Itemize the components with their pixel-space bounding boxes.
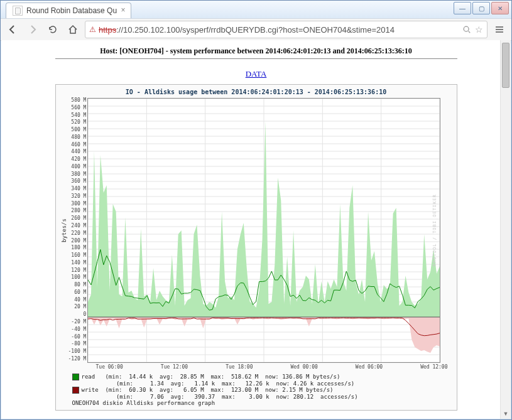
bookmark-star-icon[interactable]: ☆ (475, 24, 483, 35)
y-tick: 400 M (68, 164, 87, 170)
x-tick: Tue 12:00 (161, 364, 188, 370)
data-link-row: DATA (14, 68, 498, 79)
svg-point-0 (464, 26, 469, 31)
y-tick: -40 M (68, 327, 87, 332)
y-tick: -60 M (68, 335, 87, 340)
page-icon (13, 6, 23, 16)
forward-button[interactable] (25, 21, 41, 38)
y-tick: 120 M (68, 268, 87, 273)
minimize-button[interactable]: — (454, 2, 471, 14)
y-tick: 220 M (68, 231, 87, 236)
y-tick: 0 (68, 312, 87, 317)
y-tick: 80 M (68, 283, 87, 288)
page-heading: Host: [ONEOH704] - system performance be… (14, 46, 498, 56)
y-tick: 480 M (68, 135, 87, 140)
hamburger-icon (494, 24, 504, 35)
y-tick: 380 M (68, 172, 87, 177)
y-tick: 560 M (68, 105, 87, 110)
browser-window: Round Robin Database Qu × — ▢ ✕ ⚠ https … (0, 0, 512, 420)
close-window-button[interactable]: ✕ (491, 2, 509, 14)
home-button[interactable] (65, 21, 81, 38)
y-tick: 340 M (68, 186, 87, 191)
y-tick: -120 M (68, 357, 87, 362)
vertical-scrollbar[interactable]: ▲ ▼ (500, 40, 511, 419)
tab-title: Round Robin Database Qu (26, 6, 117, 15)
y-tick: 140 M (68, 261, 87, 266)
arrow-right-icon (28, 24, 38, 35)
rrdtool-watermark: RRDTOOL / TOBI OETIKER (432, 100, 438, 361)
page-viewport: Host: [ONEOH704] - system performance be… (1, 40, 511, 419)
browser-tab[interactable]: Round Robin Database Qu × (6, 3, 131, 18)
y-tick: 20 M (68, 304, 87, 310)
chart-container: IO - Alldisks usage between 2014:06:24:0… (55, 84, 457, 411)
y-tick: 440 M (68, 149, 87, 154)
close-tab-icon[interactable]: × (119, 6, 127, 14)
y-tick: -20 M (68, 320, 87, 325)
y-tick: 320 M (68, 194, 87, 199)
y-tick: 160 M (68, 253, 87, 258)
y-tick: 520 M (68, 120, 87, 125)
address-bar[interactable]: ⚠ https ://10.250.102.100/sysperf/rrdbQU… (85, 21, 487, 38)
y-tick: 460 M (68, 143, 87, 148)
search-icon (462, 25, 471, 34)
x-tick: Wed 00:00 (290, 364, 317, 370)
window-controls: — ▢ ✕ (454, 2, 509, 14)
y-tick: 360 M (68, 179, 87, 184)
home-icon (68, 24, 78, 35)
y-axis-ticks: 580 M560 M540 M520 M500 M480 M460 M440 M… (68, 98, 88, 362)
insecure-lock-icon: ⚠ (89, 25, 96, 34)
y-tick: 100 M (68, 275, 87, 280)
url-text: ://10.250.102.100/sysperf/rrdbQUERYDB.cg… (116, 25, 395, 35)
y-tick: 580 M (68, 98, 87, 103)
y-tick: 280 M (68, 208, 87, 213)
maximize-button[interactable]: ▢ (472, 2, 490, 14)
y-tick: 200 M (68, 239, 87, 244)
y-tick: -80 M (68, 342, 87, 347)
reload-icon (48, 24, 58, 35)
scroll-down-icon[interactable]: ▼ (501, 409, 511, 419)
x-tick: Wed 12:00 (420, 364, 447, 370)
chart-plot-area: RRDTOOL / TOBI OETIKER (87, 98, 440, 363)
browser-toolbar: ⚠ https ://10.250.102.100/sysperf/rrdbQU… (1, 18, 511, 41)
y-tick: 540 M (68, 113, 87, 118)
titlebar: Round Robin Database Qu × — ▢ ✕ (1, 1, 511, 18)
y-tick: 300 M (68, 202, 87, 207)
x-axis-ticks: Tue 06:00Tue 12:00Tue 18:00Wed 00:00Wed … (96, 363, 448, 370)
x-tick: Tue 06:00 (96, 364, 123, 370)
chart-title: IO - Alldisks usage between 2014:06:24:0… (60, 89, 453, 95)
scrollbar-thumb[interactable] (502, 43, 509, 88)
url-scheme: https (99, 25, 116, 35)
x-tick: Wed 06:00 (356, 364, 383, 370)
divider (55, 58, 457, 59)
y-tick: 500 M (68, 127, 87, 132)
y-tick: 40 M (68, 298, 87, 303)
y-axis-label: bytes/s (60, 98, 68, 363)
y-tick: -100 M (68, 349, 87, 354)
back-button[interactable] (4, 21, 21, 38)
reload-button[interactable] (45, 21, 61, 38)
y-tick: 420 M (68, 157, 87, 162)
data-link[interactable]: DATA (246, 69, 267, 78)
chart-legend: read (min: 14.44 k avg: 28.85 M max: 518… (72, 374, 453, 406)
arrow-left-icon (8, 24, 18, 35)
y-tick: 180 M (68, 245, 87, 250)
x-tick: Tue 18:00 (226, 364, 253, 370)
y-tick: 240 M (68, 223, 87, 229)
menu-button[interactable] (491, 21, 508, 38)
y-tick: 260 M (68, 216, 87, 221)
y-tick: 60 M (68, 290, 87, 295)
